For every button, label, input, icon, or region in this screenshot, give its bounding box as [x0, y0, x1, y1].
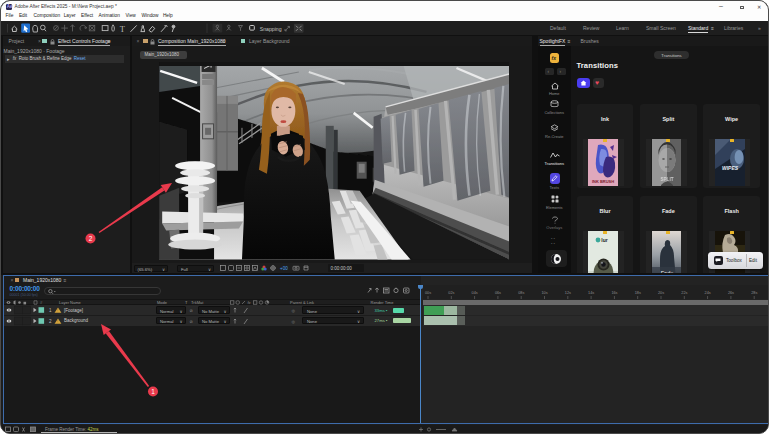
svg-text:1: 1: [151, 388, 155, 395]
svg-text:2: 2: [89, 235, 93, 242]
